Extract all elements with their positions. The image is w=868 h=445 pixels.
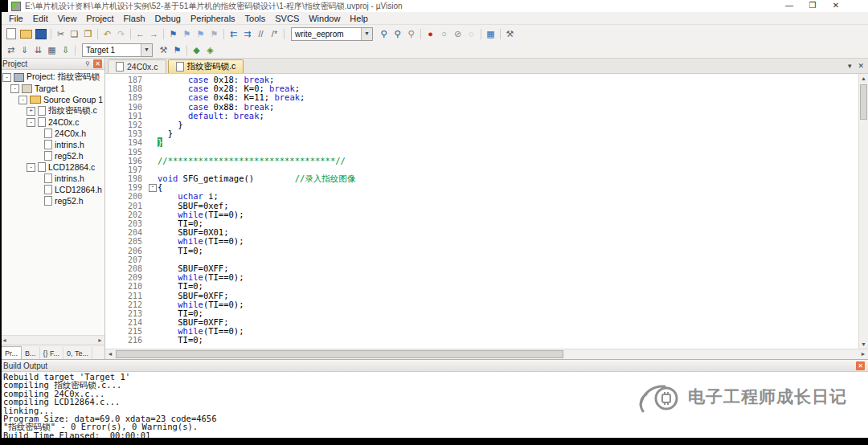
tree-item[interactable]: reg52.h	[0, 150, 104, 161]
tree-item[interactable]: -24C0x.c	[0, 116, 104, 128]
code-line[interactable]: 216 TI=0;	[105, 336, 858, 345]
find-icon[interactable]: ⚲	[391, 27, 404, 40]
collapse-icon[interactable]: -	[149, 184, 157, 192]
build-output-close-icon[interactable]: ✕	[856, 361, 865, 370]
expander-icon[interactable]: -	[18, 96, 27, 104]
bookmark-clear-icon[interactable]: ⚑	[207, 27, 221, 40]
configure-icon[interactable]: ⚒	[503, 27, 517, 40]
find-combobox-value[interactable]: write_eeprom	[292, 30, 361, 39]
menu-project[interactable]: Project	[81, 14, 118, 23]
code-line[interactable]: 191 default: break;	[105, 112, 858, 120]
expander-icon[interactable]: -	[2, 73, 11, 82]
paste-icon[interactable]: ❐	[81, 27, 95, 40]
code-line[interactable]: 196//*********************************//	[105, 157, 858, 165]
cut-icon[interactable]: ✂	[54, 27, 68, 40]
kill-all-breakpoints-icon[interactable]: ◌	[465, 27, 478, 40]
menu-tools[interactable]: Tools	[240, 14, 271, 23]
panel-tab-templates[interactable]: 0, Te...	[63, 347, 92, 359]
scroll-right-icon[interactable]: ►	[97, 337, 103, 343]
expander-icon[interactable]: -	[27, 163, 35, 172]
tree-item[interactable]: reg52.h	[0, 195, 104, 206]
target-combobox-value[interactable]: Target 1	[83, 46, 141, 55]
panel-tab-functions[interactable]: {} F...	[40, 347, 64, 359]
code-line[interactable]: 192 }	[105, 120, 858, 129]
code-editor[interactable]: 187 case 0x18: break;188 case 0x28: K=0;…	[105, 74, 858, 349]
editor-vscrollbar[interactable]: ▲ ▼	[858, 74, 868, 349]
panel-tab-books[interactable]: B...	[22, 347, 40, 359]
expander-icon[interactable]: -	[10, 84, 19, 93]
disable-all-breakpoints-icon[interactable]: ⊘	[451, 27, 465, 40]
comment-icon[interactable]: //	[254, 27, 268, 40]
bookmark-next-icon[interactable]: ⚑	[194, 27, 207, 40]
fold-marker-icon[interactable]: -	[148, 183, 158, 192]
incremental-find-icon[interactable]: ⚲	[404, 27, 418, 40]
find-in-files-icon[interactable]: ⚲	[377, 27, 391, 40]
open-file-icon[interactable]	[20, 30, 32, 39]
target-combobox[interactable]: Target 1 ▼	[82, 43, 153, 57]
tree-item[interactable]: intrins.h	[0, 173, 104, 184]
menu-file[interactable]: File	[4, 14, 28, 23]
menu-debug[interactable]: Debug	[150, 14, 186, 23]
close-button[interactable]: ✕	[831, 1, 841, 10]
editor-hscrollbar[interactable]: ◄ ►	[105, 349, 868, 359]
insert-breakpoint-icon[interactable]: ●	[424, 27, 437, 40]
translate-icon[interactable]: ⇄	[4, 44, 18, 57]
tab-list-icon[interactable]: ▾	[848, 62, 852, 70]
bookmark-prev-icon[interactable]: ⚑	[180, 27, 194, 40]
redo-icon[interactable]: ↷	[114, 27, 128, 40]
manage-rte-icon[interactable]: ◆	[190, 44, 203, 57]
tree-item[interactable]: 24C0x.h	[0, 128, 104, 139]
expander-icon[interactable]: -	[27, 118, 35, 127]
code-line[interactable]: 198void SFG_getimage() //录入指纹图像	[105, 174, 858, 183]
tree-item[interactable]: +指纹密码锁.c	[0, 105, 104, 116]
target-combobox-dropdown-icon[interactable]: ▼	[141, 44, 152, 56]
pack-installer-icon[interactable]: ◈	[203, 44, 217, 57]
code-line[interactable]: 212 while(TI==0);	[105, 300, 858, 309]
bookmark-toggle-icon[interactable]: ⚑	[166, 27, 180, 40]
menu-view[interactable]: View	[53, 14, 82, 23]
nav-back-icon[interactable]: ←	[133, 27, 147, 40]
tree-item[interactable]: intrins.h	[0, 139, 104, 150]
menu-peripherals[interactable]: Peripherals	[186, 14, 240, 23]
tree-item[interactable]: -Source Group 1	[0, 94, 104, 105]
build-icon[interactable]: ⇓	[18, 44, 31, 57]
code-line[interactable]: 193 }	[105, 129, 858, 138]
code-line[interactable]: 215 while(TI==0);	[105, 327, 858, 336]
menu-help[interactable]: Help	[345, 14, 373, 23]
menu-svcs[interactable]: SVCS	[270, 14, 304, 23]
code-line[interactable]: 194}	[105, 138, 858, 147]
code-line[interactable]: 209 while(TI==0);	[105, 273, 858, 282]
tree-item[interactable]: -LCD12864.c	[0, 161, 104, 173]
scroll-left-icon[interactable]: ◄	[105, 349, 115, 359]
tree-item[interactable]: -Project: 指纹密码锁	[0, 71, 104, 83]
find-combobox-dropdown-icon[interactable]: ▼	[361, 28, 372, 40]
code-line[interactable]: 202 while(TI==0);	[105, 210, 858, 219]
find-combobox[interactable]: write_eeprom ▼	[291, 27, 373, 41]
uncomment-icon[interactable]: /*	[268, 27, 281, 40]
tree-item[interactable]: LCD12864.h	[0, 184, 104, 195]
scroll-down-icon[interactable]: ▼	[859, 340, 868, 349]
vscroll-thumb[interactable]	[860, 84, 867, 120]
save-icon[interactable]	[35, 29, 47, 39]
new-file-icon[interactable]	[6, 28, 16, 39]
rebuild-icon[interactable]: ⇊	[31, 44, 45, 57]
code-line[interactable]: 205 while(TI==0);	[105, 237, 858, 246]
scroll-up-icon[interactable]: ▲	[859, 74, 868, 83]
minimize-button[interactable]: —	[784, 1, 794, 10]
project-panel-hscrollbar[interactable]: ◄ ►	[0, 335, 104, 345]
nav-forward-icon[interactable]: →	[147, 27, 161, 40]
scroll-left-icon[interactable]: ◄	[2, 337, 7, 343]
scroll-right-icon[interactable]: ►	[858, 349, 868, 359]
menu-window[interactable]: Window	[304, 14, 345, 23]
menu-edit[interactable]: Edit	[28, 14, 53, 23]
menu-flash[interactable]: Flash	[119, 14, 150, 23]
code-line[interactable]: 206 TI=0;	[105, 247, 858, 255]
expander-icon[interactable]: +	[27, 107, 35, 116]
document-tab[interactable]: 24C0x.c	[108, 59, 166, 73]
outdent-icon[interactable]: ⇇	[227, 27, 240, 40]
batch-build-icon[interactable]: ▦	[45, 44, 59, 57]
copy-icon[interactable]: ❏	[68, 27, 81, 40]
hscroll-thumb[interactable]	[116, 350, 563, 358]
indent-icon[interactable]: ⇉	[240, 27, 254, 40]
undo-icon[interactable]: ↶	[100, 27, 114, 40]
